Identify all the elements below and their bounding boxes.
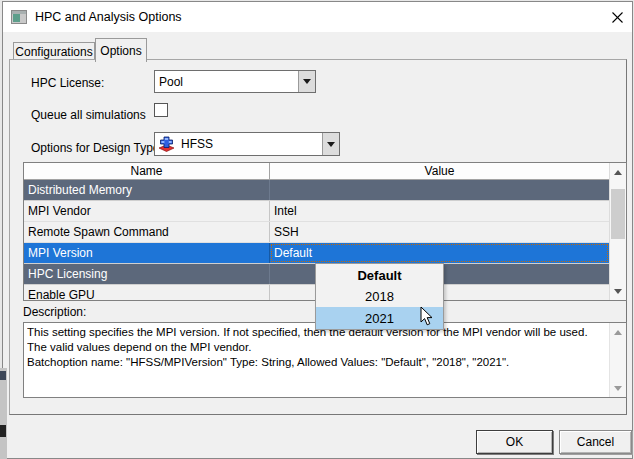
row-name-cell: MPI Version xyxy=(24,243,270,263)
hpc-license-combobox[interactable]: Pool xyxy=(154,70,316,93)
table-row[interactable]: MPI VendorIntel xyxy=(24,201,609,222)
design-type-label: Options for Design Type: xyxy=(31,141,163,155)
design-type-value: HFSS xyxy=(175,137,322,151)
description-vertical-scrollbar[interactable] xyxy=(609,323,626,397)
row-name-cell: Enable GPU xyxy=(24,285,270,301)
grid-header: Name Value xyxy=(24,163,609,180)
close-x-glyph xyxy=(612,12,623,23)
screenshot-root: HPC and Analysis Options Configurations … xyxy=(0,0,634,459)
hpc-license-dropdown-button[interactable] xyxy=(298,71,315,92)
row-value-cell: Intel xyxy=(270,201,609,221)
dropdown-option-default[interactable]: Default xyxy=(316,264,443,286)
mouse-cursor-icon xyxy=(420,306,433,326)
design-type-dropdown-button[interactable] xyxy=(322,133,339,155)
chevron-down-icon xyxy=(303,79,311,84)
ok-button[interactable]: OK xyxy=(476,430,553,454)
queue-simulations-checkbox[interactable] xyxy=(154,103,168,117)
tab-options-label: Options xyxy=(100,44,141,58)
hpc-options-dialog: HPC and Analysis Options Configurations … xyxy=(2,1,633,459)
hfss-design-icon xyxy=(158,136,175,152)
scroll-down-icon[interactable] xyxy=(610,283,626,299)
dialog-title: HPC and Analysis Options xyxy=(35,10,182,24)
tab-configurations-label: Configurations xyxy=(15,45,92,59)
background-icon-fragment xyxy=(0,425,6,437)
row-value-cell xyxy=(270,180,609,200)
scroll-down-icon[interactable] xyxy=(610,380,626,396)
grid-vertical-scrollbar[interactable] xyxy=(609,163,626,300)
ok-button-label: OK xyxy=(506,435,523,449)
chevron-down-icon xyxy=(327,142,335,147)
row-name-cell: Remote Spawn Command xyxy=(24,222,270,242)
row-name-cell: HPC Licensing xyxy=(24,264,270,284)
grid-header-value[interactable]: Value xyxy=(270,163,609,179)
queue-simulations-label: Queue all simulations xyxy=(31,108,146,122)
row-name-cell: Distributed Memory xyxy=(24,180,270,200)
dropdown-option-2018[interactable]: 2018 xyxy=(316,286,443,307)
row-value-cell: SSH xyxy=(270,222,609,242)
scroll-up-icon[interactable] xyxy=(610,324,626,340)
close-icon[interactable] xyxy=(602,2,632,32)
description-label: Description: xyxy=(23,305,86,319)
cancel-button-label: Cancel xyxy=(577,435,614,449)
hpc-license-value: Pool xyxy=(155,75,298,89)
grid-header-name[interactable]: Name xyxy=(24,163,270,179)
row-value-cell: Default xyxy=(270,243,609,263)
cancel-button[interactable]: Cancel xyxy=(559,430,632,454)
grid-scrollbar-thumb[interactable] xyxy=(611,189,625,239)
scroll-up-icon[interactable] xyxy=(610,164,626,180)
description-text: This setting specifies the MPI version. … xyxy=(27,325,606,395)
hpc-license-label: HPC License: xyxy=(31,76,104,90)
background-window-sliver xyxy=(0,368,7,459)
background-icon-fragment xyxy=(0,371,6,380)
tab-options[interactable]: Options xyxy=(95,38,147,62)
table-row[interactable]: Remote Spawn CommandSSH xyxy=(24,222,609,243)
app-icon xyxy=(11,10,27,24)
table-row[interactable]: MPI VersionDefault xyxy=(24,243,609,264)
table-row[interactable]: Distributed Memory xyxy=(24,180,609,201)
title-bar[interactable]: HPC and Analysis Options xyxy=(3,2,632,32)
row-name-cell: MPI Vendor xyxy=(24,201,270,221)
description-box: This setting specifies the MPI version. … xyxy=(23,322,627,398)
design-type-combobox[interactable]: HFSS xyxy=(154,132,340,156)
